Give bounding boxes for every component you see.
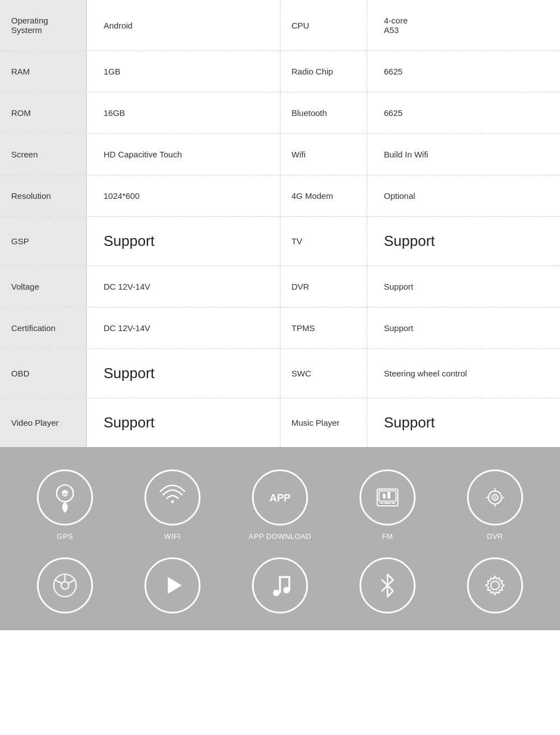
icon-item-fm: FM [343,469,432,541]
spec-label-right: SWC [281,349,367,398]
svg-point-19 [61,582,68,589]
spec-label-right: Music Player [281,398,367,447]
fm-icon-circle [360,469,416,525]
play-icon-circle [144,557,200,613]
specs-section: Operating SystermAndroidCPU4-core A53RAM… [0,0,560,447]
spec-label-left: OBD [0,349,87,398]
table-row: Resolution1024*6004G ModemOptional [0,175,560,217]
spec-label-right: Wifi [281,134,367,175]
icon-item-bluetooth [343,557,432,613]
table-row: Operating SystermAndroidCPU4-core A53 [0,0,560,51]
table-row: ScreenHD Capacitive TouchWifiBuild In Wi… [0,134,560,175]
spec-label-left: Screen [0,134,87,175]
spec-value-left: 1GB [87,51,281,92]
icons-section: GPS GPS WIFI APP APP DOWNLOAD FM DVR [0,447,560,630]
dvr-icon-label: DVR [487,532,503,541]
spec-label-right: DVR [281,266,367,307]
svg-rect-9 [383,494,386,498]
spec-value-left: Support [87,217,281,266]
spec-label-right: CPU [281,0,367,50]
svg-point-29 [491,582,500,590]
svg-line-22 [68,580,76,583]
app-icon-circle: APP [252,469,308,525]
table-row: VoltageDC 12V-14VDVRSupport [0,266,560,308]
spec-label-right: Radio Chip [281,51,367,92]
wifi-icon-circle [144,469,200,525]
fm-icon-label: FM [382,532,393,541]
icon-item-gps: GPS GPS [20,469,110,541]
app-icon-label: APP DOWNLOAD [249,532,311,541]
spec-value-right: 6625 [367,51,561,92]
music-icon-circle [252,557,308,613]
spec-label-left: Voltage [0,266,87,307]
svg-point-13 [494,496,496,498]
spec-label-left: Video Player [0,398,87,447]
spec-value-left: 1024*600 [87,175,281,216]
icon-item-steering [20,557,110,613]
spec-label-right: 4G Modem [281,175,367,216]
icon-item-music [235,557,325,613]
spec-value-right: Build In Wifi [367,134,561,175]
spec-label-left: Operating Systerm [0,0,87,50]
icon-item-dvr: DVR [450,469,540,541]
table-row: GSPSupportTVSupport [0,217,560,266]
spec-value-right: Steering wheel control [367,349,561,398]
dvr-icon-circle [467,469,523,525]
spec-label-left: ROM [0,92,87,133]
table-row: OBDSupportSWCSteering wheel control [0,349,560,398]
spec-label-right: TPMS [281,308,367,348]
steering-icon-circle [37,557,93,613]
icon-item-app: APP APP DOWNLOAD [235,469,325,541]
spec-value-right: Support [367,398,561,447]
svg-marker-23 [168,577,182,594]
spec-value-right: Support [367,266,561,307]
icons-row-2 [11,557,549,613]
spec-label-left: GSP [0,217,87,266]
wifi-icon-label: WIFI [164,532,180,541]
icon-item-play [128,557,217,613]
svg-rect-27 [279,576,288,578]
spec-value-left: HD Capacitive Touch [87,134,281,175]
spec-value-right: Optional [367,175,561,216]
spec-value-right: Support [367,217,561,266]
svg-rect-10 [388,492,390,499]
svg-rect-28 [288,576,290,590]
settings-icon-circle [467,557,523,613]
spec-label-right: Bluetooth [281,92,367,133]
bluetooth-icon-circle [360,557,416,613]
spec-value-right: 6625 [367,92,561,133]
gps-icon-label: GPS [57,532,73,541]
table-row: RAM1GBRadio Chip6625 [0,51,560,92]
svg-line-21 [55,580,62,583]
spec-value-left: Support [87,349,281,398]
table-row: ROM16GBBluetooth6625 [0,92,560,134]
gps-icon-circle: GPS [37,469,93,525]
spec-value-right: Support [367,308,561,348]
table-row: Video PlayerSupportMusic PlayerSupport [0,398,560,447]
svg-text:APP: APP [269,492,291,504]
spec-label-right: TV [281,217,367,266]
spec-value-right: 4-core A53 [367,0,561,50]
spec-label-left: Resolution [0,175,87,216]
spec-label-left: RAM [0,51,87,92]
spec-value-left: DC 12V-14V [87,266,281,307]
spec-value-left: Android [87,0,281,50]
svg-text:GPS: GPS [61,492,69,496]
icons-row-1: GPS GPS WIFI APP APP DOWNLOAD FM DVR [11,469,549,541]
svg-point-24 [273,590,280,597]
icon-item-wifi: WIFI [128,469,217,541]
svg-rect-26 [279,576,281,593]
spec-value-left: DC 12V-14V [87,308,281,348]
spec-value-left: 16GB [87,92,281,133]
icon-item-settings [450,557,540,613]
spec-label-left: Certification [0,308,87,348]
table-row: CertificationDC 12V-14VTPMSSupport [0,308,560,349]
spec-value-left: Support [87,398,281,447]
